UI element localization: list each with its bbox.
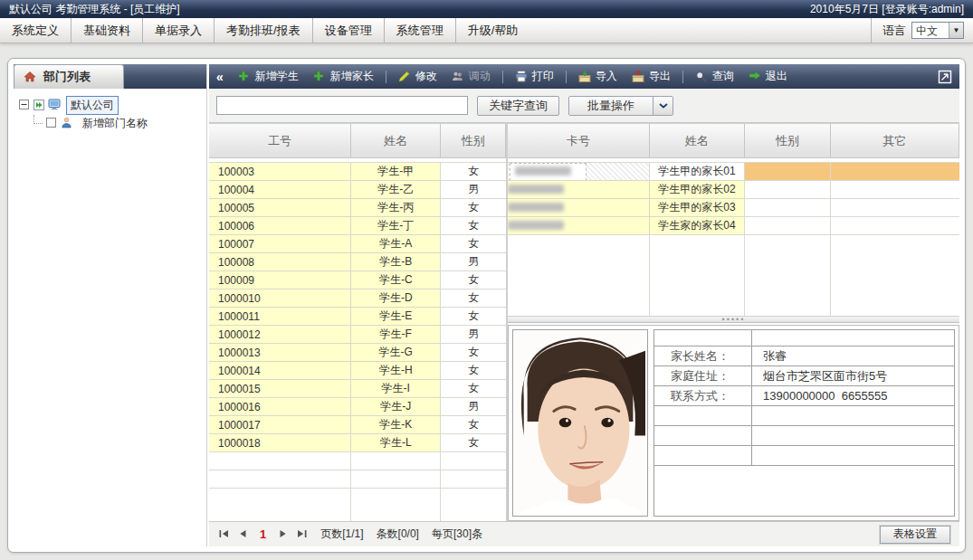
column-header-gender[interactable]: 性别 bbox=[745, 124, 831, 157]
tree-node-root[interactable]: 默认公司 bbox=[19, 96, 201, 114]
blurred-number bbox=[508, 203, 564, 212]
student-id-cell: 1000013 bbox=[209, 344, 351, 361]
student-row[interactable]: 100009学生-C女 bbox=[209, 271, 506, 289]
export-icon bbox=[632, 71, 645, 82]
student-name-cell: 学生-D bbox=[351, 289, 441, 307]
toolbar-query-button[interactable]: 查询 bbox=[690, 67, 739, 86]
info-row-empty bbox=[654, 330, 954, 346]
parent-row[interactable]: 学生家的家长04 bbox=[508, 217, 959, 235]
student-row[interactable]: 100005学生-丙女 bbox=[209, 199, 506, 217]
student-id-cell: 1000014 bbox=[209, 362, 351, 379]
empty-cell bbox=[441, 452, 506, 470]
student-row[interactable]: 1000016学生-J男 bbox=[209, 398, 506, 416]
toolbar-print-button[interactable]: 打印 bbox=[510, 67, 559, 86]
info-footer-area bbox=[654, 466, 954, 516]
student-name-cell: 学生-丁 bbox=[351, 217, 441, 234]
menu-item-0[interactable]: 系统定义 bbox=[0, 18, 71, 43]
chevron-down-icon[interactable]: ▼ bbox=[949, 23, 963, 38]
menu-item-2[interactable]: 单据录入 bbox=[142, 18, 214, 43]
tab-department-list[interactable]: 部门列表 bbox=[14, 64, 124, 89]
tree-child-label[interactable]: 新增部门名称 bbox=[79, 115, 151, 132]
student-row[interactable]: 1000015学生-I女 bbox=[209, 380, 506, 398]
student-id-cell: 1000015 bbox=[209, 380, 351, 397]
student-row[interactable]: 1000014学生-H女 bbox=[209, 362, 506, 380]
parent-row[interactable]: 学生甲的家长03 bbox=[508, 199, 959, 217]
info-label: 家庭住址： bbox=[654, 366, 752, 385]
student-gender-cell: 女 bbox=[441, 362, 506, 379]
students-table-filler bbox=[209, 489, 506, 521]
student-gender-cell: 男 bbox=[441, 181, 506, 198]
keyword-query-button[interactable]: 关键字查询 bbox=[477, 96, 559, 116]
tree-root-label[interactable]: 默认公司 bbox=[66, 96, 119, 115]
next-page-icon[interactable] bbox=[277, 528, 289, 540]
table-settings-button[interactable]: 表格设置 bbox=[880, 526, 950, 544]
tree-node-child[interactable]: 新增部门名称 bbox=[19, 114, 201, 132]
toolbar-export-button[interactable]: 导出 bbox=[626, 67, 676, 86]
column-header-name[interactable]: 姓名 bbox=[351, 124, 441, 157]
toolbar-modify-button[interactable]: 修改 bbox=[393, 67, 443, 86]
redacted-card-number bbox=[508, 220, 564, 233]
toolbar-import-label: 导入 bbox=[596, 69, 617, 84]
tree-collapse-icon[interactable] bbox=[19, 100, 30, 110]
prev-page-icon[interactable] bbox=[237, 528, 249, 540]
student-row[interactable]: 1000012学生-F男 bbox=[209, 326, 506, 344]
language-select[interactable]: 中文 ▼ bbox=[911, 22, 964, 39]
menu-item-3[interactable]: 考勤排班/报表 bbox=[214, 18, 312, 43]
students-table-body: 100003学生-甲女100004学生-乙男100005学生-丙女100006学… bbox=[209, 163, 506, 489]
student-name-cell: 学生-I bbox=[351, 380, 441, 397]
search-input[interactable] bbox=[216, 96, 468, 115]
column-header-card[interactable]: 卡号 bbox=[508, 124, 650, 157]
toolbar-import-button[interactable]: 导入 bbox=[573, 67, 623, 86]
tree-check-arrow-icon[interactable] bbox=[33, 100, 44, 110]
collapse-sidebar-button[interactable]: « bbox=[216, 70, 224, 84]
info-row-empty bbox=[654, 446, 954, 466]
student-row[interactable]: 100006学生-丁女 bbox=[209, 217, 506, 235]
student-row[interactable]: 1000011学生-E女 bbox=[209, 308, 506, 326]
student-row[interactable]: 1000017学生-K女 bbox=[209, 416, 506, 434]
batch-operation-dropdown[interactable]: 批量操作 bbox=[568, 96, 673, 116]
tree-checkbox[interactable] bbox=[46, 118, 57, 128]
student-row[interactable]: 1000018学生-L女 bbox=[209, 434, 506, 452]
toolbar-exit-button[interactable]: 退出 bbox=[743, 67, 793, 86]
parent-card-cell bbox=[508, 199, 650, 216]
login-info: 2010年5月7日 [登录账号:admin] bbox=[810, 2, 964, 17]
import-icon bbox=[578, 71, 592, 82]
splitter-handle[interactable]: ••••• bbox=[508, 316, 959, 323]
menu-item-5[interactable]: 系统管理 bbox=[384, 18, 455, 43]
student-gender-cell: 女 bbox=[441, 199, 506, 216]
column-header-other[interactable]: 其它 bbox=[831, 124, 959, 157]
toolbar-add-parent-button[interactable]: 新增家长 bbox=[308, 67, 379, 86]
maximize-icon[interactable] bbox=[938, 70, 952, 84]
menu-item-6[interactable]: 升级/帮助 bbox=[455, 18, 530, 43]
column-header-id[interactable]: 工号 bbox=[209, 124, 351, 157]
student-row[interactable]: 100004学生-乙男 bbox=[209, 181, 506, 199]
student-gender-cell: 女 bbox=[441, 308, 506, 325]
first-page-icon[interactable] bbox=[218, 528, 230, 540]
home-icon bbox=[24, 71, 38, 83]
current-page-number[interactable]: 1 bbox=[260, 527, 266, 541]
toolbar-add-student-button[interactable]: 新增学生 bbox=[233, 67, 304, 86]
student-row[interactable]: 100007学生-A女 bbox=[209, 235, 506, 253]
chevron-down-icon[interactable] bbox=[653, 97, 673, 115]
bottom-bar: 1 页数[1/1] 条数[0/0] 每页[30]条 表格设置 bbox=[209, 521, 959, 546]
toolbar-divider bbox=[502, 71, 503, 83]
column-header-gender[interactable]: 性别 bbox=[441, 124, 506, 157]
student-row[interactable]: 100003学生-甲女 bbox=[209, 163, 506, 181]
student-row[interactable]: 100008学生-B男 bbox=[209, 253, 506, 271]
toolbar-transfer-label: 调动 bbox=[469, 69, 491, 84]
menu-item-1[interactable]: 基础资料 bbox=[71, 18, 142, 43]
student-row[interactable]: 1000013学生-G女 bbox=[209, 344, 506, 362]
blurred-number bbox=[508, 221, 564, 230]
student-row[interactable]: 1000010学生-D女 bbox=[209, 289, 506, 308]
parent-row[interactable]: 学生甲的家长02 bbox=[508, 181, 959, 199]
empty-cell bbox=[209, 470, 351, 488]
last-page-icon[interactable] bbox=[296, 528, 308, 540]
student-name-cell: 学生-B bbox=[351, 253, 441, 271]
menu-item-4[interactable]: 设备管理 bbox=[312, 18, 384, 43]
parent-photo bbox=[512, 329, 648, 517]
student-name-cell: 学生-E bbox=[351, 308, 441, 325]
student-gender-cell: 男 bbox=[441, 253, 506, 271]
column-header-name[interactable]: 姓名 bbox=[650, 124, 745, 157]
parent-row-selected[interactable]: 学生甲的家长01 bbox=[508, 163, 959, 181]
student-gender-cell: 女 bbox=[441, 217, 506, 234]
